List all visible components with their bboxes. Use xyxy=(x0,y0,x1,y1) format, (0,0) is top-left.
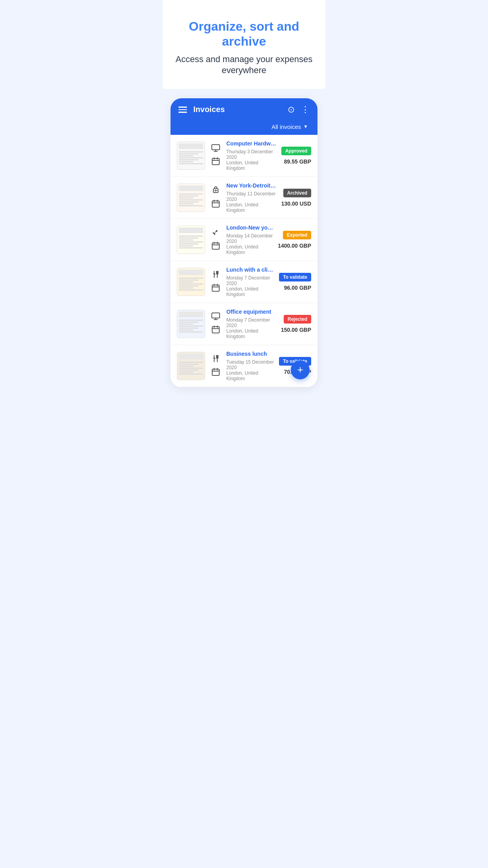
hero-title: Organize, sort and archive xyxy=(175,19,313,49)
monitor-icon xyxy=(211,313,220,322)
svg-rect-33 xyxy=(212,369,219,375)
svg-rect-20 xyxy=(212,285,219,291)
svg-rect-24 xyxy=(212,313,220,318)
invoice-info: Computer HardwareThursday 3 December 202… xyxy=(226,140,277,171)
invoice-info: Lunch with a clientMonday 7 December 202… xyxy=(226,267,274,297)
plus-icon: + xyxy=(297,364,303,376)
invoice-thumbnail xyxy=(177,184,205,212)
invoice-name: New York-Detroit Train xyxy=(226,182,277,189)
invoice-info: London-New york flightMonday 14 December… xyxy=(226,224,273,255)
invoice-location: London, United Kingdom xyxy=(226,328,276,339)
invoice-right: Approved89.55 GBP xyxy=(281,147,311,165)
invoice-right: Rejected150.00 GBP xyxy=(281,315,311,333)
calendar-icon xyxy=(212,368,220,378)
invoice-info: Office equipmentMonday 7 December 2020Lo… xyxy=(226,309,276,339)
invoice-date: Tuesday 15 December 2020 xyxy=(226,359,274,370)
luggage-icon xyxy=(211,186,220,197)
calendar-icon xyxy=(212,284,220,294)
invoice-right: Archived130.00 USD xyxy=(281,189,311,207)
invoice-date: Monday 7 December 2020 xyxy=(226,275,274,286)
invoice-list: Computer HardwareThursday 3 December 202… xyxy=(171,135,317,387)
header-actions: ⊙ ⋮ xyxy=(288,105,310,115)
add-invoice-button[interactable]: + xyxy=(291,360,310,379)
invoice-thumbnail xyxy=(177,310,205,338)
invoice-date: Thursday 11 December 2020 xyxy=(226,191,277,202)
status-badge: Approved xyxy=(281,147,311,155)
list-item[interactable]: New York-Detroit TrainThursday 11 Decemb… xyxy=(171,177,317,219)
chevron-down-icon: ▼ xyxy=(303,124,308,129)
flight-icon xyxy=(211,228,220,239)
invoice-location: London, United Kingdom xyxy=(226,160,277,171)
invoice-location: London, United Kingdom xyxy=(226,244,273,255)
svg-rect-0 xyxy=(212,145,220,150)
invoice-info: New York-Detroit TrainThursday 11 Decemb… xyxy=(226,182,277,213)
list-item[interactable]: Office equipmentMonday 7 December 2020Lo… xyxy=(171,303,317,345)
filter-dropdown[interactable]: All invoices ▼ xyxy=(178,120,310,135)
svg-rect-27 xyxy=(212,327,219,333)
list-item[interactable]: Computer HardwareThursday 3 December 202… xyxy=(171,135,317,177)
invoice-right: Exported1400.00 GBP xyxy=(278,231,311,249)
phone-mockup: Invoices ⊙ ⋮ All invoices ▼ Computer Har… xyxy=(171,98,317,387)
invoice-name: Business lunch xyxy=(226,351,274,357)
svg-rect-10 xyxy=(212,201,219,207)
food-icon xyxy=(211,270,220,281)
list-item[interactable]: Lunch with a clientMonday 7 December 202… xyxy=(171,261,317,303)
svg-rect-14 xyxy=(212,243,219,249)
invoice-name: London-New york flight xyxy=(226,224,273,231)
status-badge: Archived xyxy=(283,189,311,197)
invoice-date: Monday 7 December 2020 xyxy=(226,317,276,328)
calendar-icon xyxy=(212,157,220,167)
invoice-date: Thursday 3 December 2020 xyxy=(226,149,277,160)
status-badge: Rejected xyxy=(284,315,311,324)
invoice-amount: 89.55 GBP xyxy=(284,158,311,165)
calendar-icon xyxy=(212,326,220,335)
invoice-info: Business lunchTuesday 15 December 2020Lo… xyxy=(226,351,274,381)
hero-subtitle: Access and manage your expenses everywhe… xyxy=(175,54,313,76)
filter-label: All invoices xyxy=(272,123,301,130)
invoice-date: Monday 14 December 2020 xyxy=(226,233,273,244)
camera-icon[interactable]: ⊙ xyxy=(288,105,295,115)
hero-section: Organize, sort and archive Access and ma… xyxy=(163,0,325,89)
menu-button[interactable] xyxy=(178,107,187,113)
invoice-amount: 1400.00 GBP xyxy=(278,243,311,249)
invoice-thumbnail xyxy=(177,268,205,296)
invoice-thumbnail xyxy=(177,142,205,170)
svg-rect-3 xyxy=(212,158,219,165)
calendar-icon xyxy=(212,242,220,252)
invoice-right: To validate96.00 GBP xyxy=(279,273,311,291)
calendar-icon xyxy=(212,200,220,210)
invoice-location: London, United Kingdom xyxy=(226,286,274,297)
status-badge: To validate xyxy=(279,273,311,281)
monitor-icon xyxy=(211,144,220,154)
more-options-icon[interactable]: ⋮ xyxy=(301,105,310,115)
invoice-location: London, United Kingdom xyxy=(226,202,277,213)
status-badge: Exported xyxy=(283,231,311,239)
invoice-name: Computer Hardware xyxy=(226,140,277,147)
invoice-amount: 130.00 USD xyxy=(281,200,311,207)
invoice-thumbnail xyxy=(177,226,205,254)
invoice-thumbnail xyxy=(177,352,205,380)
invoice-location: London, United Kingdom xyxy=(226,370,274,381)
app-title: Invoices xyxy=(193,105,288,114)
invoice-amount: 96.00 GBP xyxy=(284,285,311,291)
invoice-name: Lunch with a client xyxy=(226,267,274,273)
food-icon xyxy=(211,354,220,365)
list-item[interactable]: London-New york flightMonday 14 December… xyxy=(171,219,317,261)
invoice-amount: 150.00 GBP xyxy=(281,327,311,333)
invoice-name: Office equipment xyxy=(226,309,276,315)
app-header: Invoices ⊙ ⋮ All invoices ▼ xyxy=(171,98,317,135)
